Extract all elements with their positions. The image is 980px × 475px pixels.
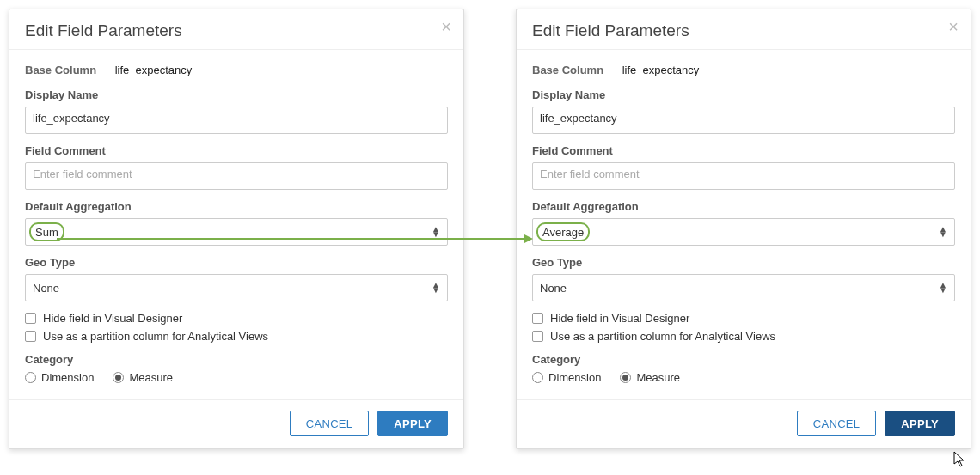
radio-icon (113, 372, 124, 383)
dialog-body: Base Column life_expectancy Display Name… (9, 50, 463, 399)
field-comment-input[interactable]: Enter field comment (532, 162, 955, 190)
dialog-body: Base Column life_expectancy Display Name… (517, 50, 971, 399)
apply-button[interactable]: APPLY (377, 411, 448, 436)
category-label: Category (25, 353, 448, 366)
partition-label: Use as a partition column for Analytical… (550, 330, 775, 343)
category-measure-label: Measure (129, 371, 173, 384)
default-aggregation-select[interactable]: Average ▲▼ (532, 218, 955, 246)
hide-field-checkbox-row[interactable]: Hide field in Visual Designer (25, 312, 448, 325)
geo-type-select[interactable]: None ▲▼ (532, 274, 955, 301)
geo-type-value: None (33, 282, 59, 295)
category-dimension-label: Dimension (548, 371, 601, 384)
hide-field-checkbox-row[interactable]: Hide field in Visual Designer (532, 312, 955, 325)
checkbox-icon (25, 331, 36, 342)
field-comment-placeholder: Enter field comment (540, 167, 640, 180)
base-column-label: Base Column (25, 64, 96, 76)
cancel-button[interactable]: CANCEL (290, 411, 370, 436)
display-name-input[interactable]: life_expectancy (25, 107, 448, 134)
select-arrows-icon: ▲▼ (432, 283, 440, 293)
dialog-title: Edit Field Parameters (25, 21, 448, 40)
base-column-value: life_expectancy (622, 64, 700, 76)
display-name-input-value: life_expectancy (33, 112, 110, 125)
category-label: Category (532, 353, 955, 366)
dialog-header: Edit Field Parameters × (517, 9, 971, 50)
display-name-input-value: life_expectancy (540, 112, 617, 125)
default-aggregation-label: Default Aggregation (25, 200, 448, 213)
partition-checkbox-row[interactable]: Use as a partition column for Analytical… (25, 330, 448, 343)
category-dimension-radio[interactable]: Dimension (532, 371, 601, 384)
cancel-button-label: CANCEL (306, 417, 353, 430)
geo-type-select[interactable]: None ▲▼ (25, 274, 448, 301)
display-name-input[interactable]: life_expectancy (532, 107, 955, 134)
hide-field-label: Hide field in Visual Designer (43, 312, 182, 325)
display-name-label: Display Name (25, 88, 448, 101)
base-column-label: Base Column (532, 64, 603, 76)
radio-icon (620, 372, 631, 383)
base-column-row: Base Column life_expectancy (532, 58, 955, 88)
radio-icon (532, 372, 543, 383)
cancel-button-label: CANCEL (813, 417, 861, 430)
geo-type-value: None (540, 282, 567, 295)
checkbox-icon (25, 313, 36, 324)
category-measure-radio[interactable]: Measure (113, 371, 173, 384)
select-arrows-icon: ▲▼ (939, 283, 947, 293)
dialog-title: Edit Field Parameters (532, 21, 955, 40)
display-name-label: Display Name (532, 88, 955, 101)
geo-type-label: Geo Type (532, 256, 955, 269)
default-aggregation-highlight: Average (536, 222, 590, 241)
dialog-footer: CANCEL APPLY (517, 399, 971, 448)
default-aggregation-select[interactable]: Sum ▲▼ (25, 218, 448, 246)
hide-field-label: Hide field in Visual Designer (550, 312, 689, 325)
category-dimension-label: Dimension (41, 371, 94, 384)
base-column-value: life_expectancy (115, 64, 193, 76)
category-measure-radio[interactable]: Measure (620, 371, 680, 384)
dialog-footer: CANCEL APPLY (9, 399, 463, 448)
edit-field-parameters-dialog-before: Edit Field Parameters × Base Column life… (9, 9, 464, 449)
apply-button[interactable]: APPLY (885, 411, 955, 436)
default-aggregation-value: Sum (35, 226, 58, 239)
close-icon[interactable]: × (948, 18, 959, 35)
apply-button-label: APPLY (394, 417, 432, 430)
category-dimension-radio[interactable]: Dimension (25, 371, 94, 384)
checkbox-icon (532, 331, 543, 342)
checkbox-icon (532, 313, 543, 324)
category-measure-label: Measure (636, 371, 680, 384)
partition-label: Use as a partition column for Analytical… (43, 330, 268, 343)
geo-type-label: Geo Type (25, 256, 448, 269)
field-comment-label: Field Comment (532, 144, 955, 157)
radio-icon (25, 372, 36, 383)
default-aggregation-label: Default Aggregation (532, 200, 955, 213)
base-column-row: Base Column life_expectancy (25, 58, 448, 88)
select-arrows-icon: ▲▼ (939, 227, 947, 237)
field-comment-placeholder: Enter field comment (33, 167, 132, 180)
close-icon[interactable]: × (441, 18, 451, 35)
field-comment-label: Field Comment (25, 144, 448, 157)
default-aggregation-highlight: Sum (29, 222, 64, 241)
apply-button-label: APPLY (901, 417, 939, 430)
partition-checkbox-row[interactable]: Use as a partition column for Analytical… (532, 330, 955, 343)
field-comment-input[interactable]: Enter field comment (25, 162, 448, 190)
edit-field-parameters-dialog-after: Edit Field Parameters × Base Column life… (516, 9, 971, 449)
cancel-button[interactable]: CANCEL (797, 411, 877, 436)
select-arrows-icon: ▲▼ (432, 227, 440, 237)
default-aggregation-value: Average (542, 226, 584, 239)
cursor-icon (953, 451, 967, 468)
dialog-header: Edit Field Parameters × (9, 9, 463, 50)
